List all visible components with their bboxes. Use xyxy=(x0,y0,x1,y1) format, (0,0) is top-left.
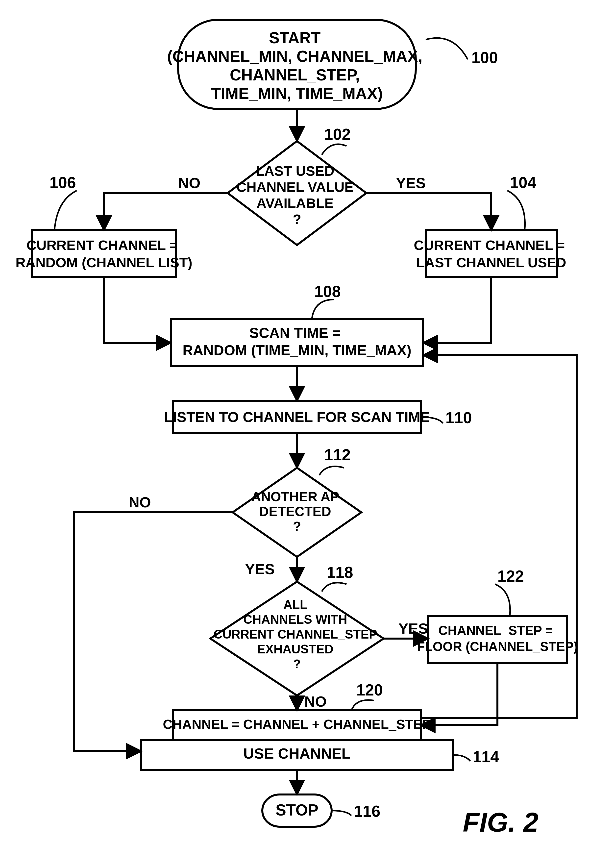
decision-ap-detected: ANOTHER AP DETECTED ? xyxy=(233,468,361,557)
p114-l1: USE CHANNEL xyxy=(243,745,350,762)
process-floor-step: CHANNEL_STEP = FLOOR (CHANNEL_STEP) xyxy=(417,616,578,663)
d102-l2: CHANNEL VALUE xyxy=(236,179,354,195)
svg-text:CURRENT CHANNEL =
      RANDOM: CURRENT CHANNEL = RANDOM (CHANNEL LIST) xyxy=(16,238,192,270)
p122-l2: FLOOR (CHANNEL_STEP) xyxy=(417,639,578,654)
ref-118: 118 xyxy=(327,564,353,582)
svg-text:ALL
      CHANNELS WITH
      : ALL CHANNELS WITH CURRENT CHANNEL_STEP E… xyxy=(214,598,380,671)
ref-114: 114 xyxy=(473,748,499,766)
ref-108: 108 xyxy=(314,283,341,300)
process-last-channel: CURRENT CHANNEL = LAST CHANNEL USED xyxy=(414,230,569,277)
ref-100: 100 xyxy=(471,49,498,66)
ref-122: 122 xyxy=(497,567,524,585)
edge-no-3: NO xyxy=(304,693,327,710)
p104-l1: CURRENT CHANNEL = xyxy=(414,238,565,253)
svg-text:CURRENT CHANNEL =
      LAST C: CURRENT CHANNEL = LAST CHANNEL USED xyxy=(414,238,569,270)
p120-l1: CHANNEL = CHANNEL + CHANNEL_STEP xyxy=(163,717,431,732)
d118-l3: CURRENT CHANNEL_STEP xyxy=(214,627,377,641)
d112-l2: DETECTED xyxy=(259,504,331,519)
stop-node: STOP xyxy=(262,794,332,827)
edge-yes-3: YES xyxy=(399,620,428,637)
d118-l5: ? xyxy=(293,657,301,671)
edge-no-1: NO xyxy=(178,175,201,191)
p106-l2: RANDOM (CHANNEL LIST) xyxy=(16,255,192,270)
p110-l1: LISTEN TO CHANNEL FOR SCAN TIME xyxy=(164,409,430,425)
decision-last-used: LAST USED CHANNEL VALUE AVAILABLE ? xyxy=(228,141,366,245)
edge-no-2: NO xyxy=(129,494,151,511)
figure-label: FIG. 2 xyxy=(463,807,539,837)
process-increment: CHANNEL = CHANNEL + CHANNEL_STEP xyxy=(163,710,431,740)
d102-l3: AVAILABLE xyxy=(256,195,334,211)
edge-yes-1: YES xyxy=(396,175,426,191)
svg-text:ANOTHER AP
      DETECTED
    : ANOTHER AP DETECTED ? xyxy=(251,489,342,534)
ref-116: 116 xyxy=(354,802,380,820)
ref-106: 106 xyxy=(50,174,76,192)
svg-text:SCAN TIME =
      RANDOM (TIME: SCAN TIME = RANDOM (TIME_MIN, TIME_MAX) xyxy=(183,325,412,358)
decision-exhausted: ALL CHANNELS WITH CURRENT CHANNEL_STEP E… xyxy=(210,582,384,695)
ref-112: 112 xyxy=(324,446,351,464)
p106-l1: CURRENT CHANNEL = xyxy=(27,238,177,253)
d112-l1: ANOTHER AP xyxy=(251,489,339,504)
d102-l1: LAST USED xyxy=(256,163,334,179)
p108-l1: SCAN TIME = xyxy=(249,325,341,341)
ref-104: 104 xyxy=(510,174,536,192)
process-use-channel: USE CHANNEL xyxy=(141,740,453,770)
d102-l4: ? xyxy=(293,211,301,227)
ref-120: 120 xyxy=(356,681,383,699)
p122-l1: CHANNEL_STEP = xyxy=(438,623,553,638)
d118-l1: ALL xyxy=(283,598,307,611)
svg-text:START
      (CHANNEL_MIN, CHAN: START (CHANNEL_MIN, CHANNEL_MAX, CHANNEL… xyxy=(167,29,427,102)
edge-yes-2: YES xyxy=(245,561,275,577)
process-random-channel: CURRENT CHANNEL = RANDOM (CHANNEL LIST) xyxy=(16,230,192,277)
d118-l2: CHANNELS WITH xyxy=(243,613,347,626)
stop-l1: STOP xyxy=(275,801,318,819)
process-scan-time: SCAN TIME = RANDOM (TIME_MIN, TIME_MAX) xyxy=(171,319,423,366)
ref-110: 110 xyxy=(446,409,472,427)
d118-l4: EXHAUSTED xyxy=(257,642,334,656)
d112-l3: ? xyxy=(293,519,301,534)
start-line4: TIME_MIN, TIME_MAX) xyxy=(211,85,382,102)
start-node: START (CHANNEL_MIN, CHANNEL_MAX, CHANNEL… xyxy=(167,20,427,109)
start-line3: CHANNEL_STEP, xyxy=(230,66,360,84)
p108-l2: RANDOM (TIME_MIN, TIME_MAX) xyxy=(183,342,412,358)
flowchart: START (CHANNEL_MIN, CHANNEL_MAX, CHANNEL… xyxy=(0,0,589,868)
p104-l2: LAST CHANNEL USED xyxy=(416,255,566,270)
process-listen: LISTEN TO CHANNEL FOR SCAN TIME xyxy=(164,401,430,433)
start-line1: START xyxy=(269,29,321,47)
start-line2: (CHANNEL_MIN, CHANNEL_MAX, xyxy=(167,47,422,65)
svg-text:CHANNEL_STEP =
      FLOOR (CH: CHANNEL_STEP = FLOOR (CHANNEL_STEP) xyxy=(417,623,578,654)
ref-102: 102 xyxy=(324,125,351,143)
